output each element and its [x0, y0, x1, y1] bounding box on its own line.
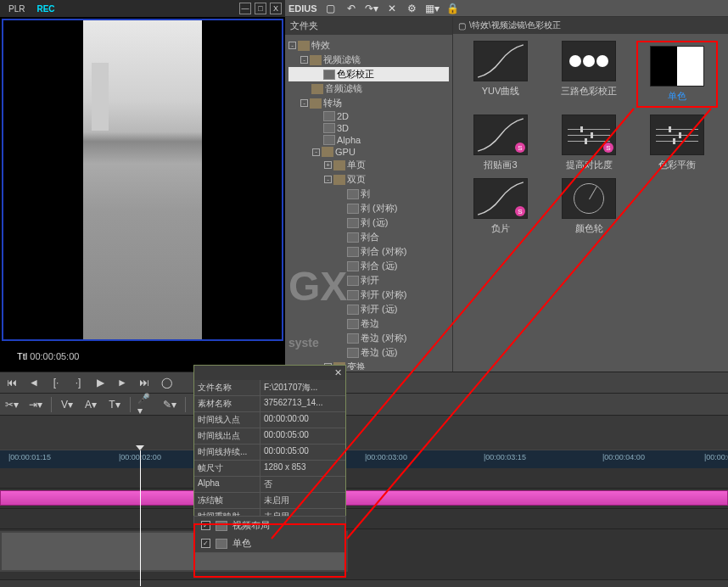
tree-item[interactable]: 音频滤镜: [288, 81, 449, 96]
filter-icon: [323, 135, 335, 145]
effect-item[interactable]: S提高对比度: [548, 115, 630, 171]
minimize-button[interactable]: —: [239, 3, 251, 14]
tree-item[interactable]: 剥合 (远): [288, 259, 449, 273]
folder-icon: [298, 41, 310, 51]
applied-effects-popup: ✓视频布局✓单色: [193, 516, 346, 553]
effect-item[interactable]: S招贴画3: [460, 115, 541, 171]
effect-item[interactable]: 三路色彩校正: [548, 41, 630, 108]
folder-icon[interactable]: ▢: [324, 3, 338, 14]
audio-track-1[interactable]: [0, 509, 728, 529]
effect-item[interactable]: YUV曲线: [460, 41, 541, 108]
nav-back-icon[interactable]: ↶: [344, 3, 358, 14]
loop-icon[interactable]: ◯: [158, 375, 175, 390]
timeline-ruler[interactable]: |00:00:01:15|00:00:02:00|00:00:02:15|00:…: [0, 450, 728, 468]
overlay-track[interactable]: [0, 529, 728, 580]
preview-header: PLR REC — □ X: [0, 0, 285, 17]
tree-item[interactable]: 剥开: [288, 273, 449, 288]
play-icon[interactable]: ▶: [92, 375, 109, 390]
tree-toggle-icon[interactable]: +: [324, 161, 332, 169]
info-value: 00:00:00:00: [260, 412, 345, 428]
tree-item[interactable]: 卷边 (对称): [288, 331, 449, 345]
effect-item[interactable]: S负片: [460, 178, 541, 235]
applied-effect-row[interactable]: ✓视频布局: [194, 517, 345, 534]
info-row: 文件名称F:\201707海...: [194, 380, 345, 396]
tree-item[interactable]: Alpha: [288, 134, 449, 146]
tree-item[interactable]: -GPU: [288, 146, 449, 158]
applied-effect-label: 视频布局: [232, 519, 270, 532]
tree-item[interactable]: 剥 (远): [288, 215, 449, 230]
video-track-1[interactable]: [0, 489, 728, 509]
cut-icon[interactable]: ✂▾: [3, 397, 20, 412]
tree-item-label: 卷边 (对称): [361, 332, 406, 344]
filter-icon: [347, 333, 359, 344]
playhead[interactable]: [140, 450, 141, 586]
audio-mic-icon[interactable]: 🎤▾: [137, 397, 154, 412]
checkbox[interactable]: ✓: [201, 539, 210, 548]
rec-mode-button[interactable]: REC: [33, 4, 58, 14]
tree-toggle-icon[interactable]: -: [324, 176, 332, 183]
applied-effect-label: 单色: [232, 537, 251, 550]
tree-item[interactable]: +单页: [288, 158, 449, 172]
tree-item[interactable]: -视频滤镜: [288, 53, 449, 67]
bracket-out-icon[interactable]: ·]: [70, 375, 87, 390]
delete-icon[interactable]: ✕: [385, 3, 399, 14]
skip-end-icon[interactable]: ⏭: [136, 375, 153, 390]
effect-label: 提高对比度: [566, 159, 613, 171]
tree-item[interactable]: 剥开 (远): [288, 302, 449, 316]
effects-tree[interactable]: -特效-视频滤镜色彩校正音频滤镜-转场2D3DAlpha-GPU+单页-双页剥剥…: [285, 35, 452, 370]
bracket-in-icon[interactable]: [·: [48, 375, 64, 390]
tree-item[interactable]: -双页: [288, 172, 449, 187]
tree-toggle-icon[interactable]: -: [300, 99, 308, 107]
view-icon[interactable]: ▦▾: [426, 3, 440, 14]
tree-item-label: 卷边 (远): [361, 346, 397, 359]
edit-icon[interactable]: ✎▾: [161, 397, 178, 412]
tree-item[interactable]: 2D: [288, 110, 449, 122]
skip-start-icon[interactable]: ⏮: [3, 375, 20, 390]
effect-label: 颜色轮: [575, 222, 603, 235]
close-icon[interactable]: ✕: [334, 367, 342, 378]
filter-icon: [347, 218, 359, 228]
tree-toggle-icon[interactable]: -: [288, 42, 296, 49]
marker-v-icon[interactable]: V▾: [59, 397, 76, 412]
lock-icon[interactable]: 🔒: [446, 3, 460, 14]
effect-label: 色彩平衡: [658, 159, 696, 171]
effect-item[interactable]: 单色: [636, 41, 718, 108]
tree-item[interactable]: 卷边 (远): [288, 345, 449, 360]
maximize-button[interactable]: □: [255, 3, 266, 14]
tree-item[interactable]: 剥 (对称): [288, 201, 449, 215]
tree-item[interactable]: -转场: [288, 96, 449, 110]
effect-item[interactable]: 颜色轮: [548, 178, 630, 235]
tree-item[interactable]: 剥合: [288, 230, 449, 244]
next-frame-icon[interactable]: ►: [114, 375, 131, 390]
tree-item[interactable]: 剥开 (对称): [288, 288, 449, 302]
plr-mode-button[interactable]: PLR: [3, 4, 30, 14]
effect-label: 招贴画3: [484, 159, 517, 171]
properties-icon[interactable]: ⚙: [406, 3, 419, 14]
prev-frame-icon[interactable]: ◄: [25, 375, 42, 390]
marker-a-icon[interactable]: A▾: [82, 397, 99, 412]
tree-item-label: GPU: [335, 147, 356, 157]
tree-item[interactable]: -特效: [288, 38, 449, 53]
applied-effect-row[interactable]: ✓单色: [194, 534, 345, 552]
checkbox[interactable]: ✓: [201, 521, 210, 530]
tree-item[interactable]: 色彩校正: [288, 67, 449, 81]
nav-forward-icon[interactable]: ↷▾: [365, 3, 378, 14]
timeline-toolbar-1: ⏮ ◄ [· ·] ▶ ► ⏭ ◯: [0, 372, 728, 394]
tree-item[interactable]: 卷边: [288, 316, 449, 331]
tree-toggle-icon[interactable]: -: [312, 148, 320, 156]
filter-icon: [347, 232, 359, 243]
tree-item[interactable]: 剥: [288, 187, 449, 201]
effect-item[interactable]: 色彩平衡: [636, 115, 718, 171]
tree-item-label: 转场: [323, 97, 342, 109]
tree-toggle-icon[interactable]: -: [300, 56, 308, 64]
info-value: 00:00:05:00: [260, 444, 345, 460]
title-icon[interactable]: T▾: [106, 397, 123, 412]
ruler-tick: |00:00:03:15: [484, 453, 526, 461]
video-track-2[interactable]: [0, 468, 728, 489]
ripple-icon[interactable]: ⇥▾: [27, 397, 44, 412]
tree-item[interactable]: 剥合 (对称): [288, 244, 449, 259]
close-button[interactable]: X: [270, 3, 282, 14]
preview-viewport[interactable]: [2, 19, 283, 341]
timeline-clip[interactable]: [0, 490, 728, 506]
tree-item[interactable]: 3D: [288, 122, 449, 134]
